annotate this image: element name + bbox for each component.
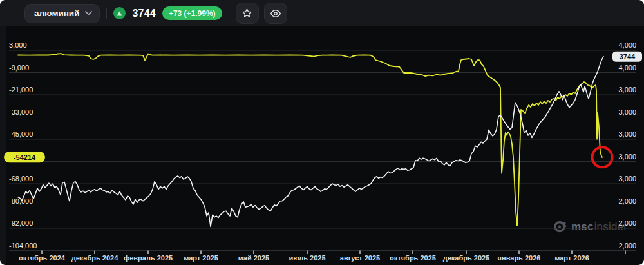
- indicator-line-yellow: [18, 54, 602, 226]
- x-axis-label: декабрь 2024: [71, 254, 118, 262]
- x-axis-label: август 2025: [340, 254, 380, 262]
- right-axis-label: 3,000: [618, 86, 636, 93]
- left-axis-label: 3,000: [9, 41, 27, 49]
- x-axis-label: май 2025: [238, 254, 269, 262]
- right-axis-current-value: 3744: [620, 53, 636, 61]
- left-axis-current-pill: [4, 152, 45, 162]
- left-axis-label: -104,000: [9, 242, 37, 250]
- eye-icon: [270, 9, 281, 18]
- trading-widget: алюминий 3744 +73 (+1.99%): [0, 0, 644, 265]
- right-axis-label: 3,000: [618, 108, 636, 116]
- right-axis-label: 3,000: [618, 153, 636, 161]
- x-axis-label: июль 2025: [289, 254, 325, 262]
- left-axis-label: -45,000: [9, 130, 33, 138]
- price-line-white: [18, 57, 603, 227]
- right-axis-current-pill: [612, 52, 642, 62]
- left-edge-strip: [0, 0, 6, 265]
- brand-logo-icon: [553, 219, 567, 234]
- highlight-circle-annotation: [592, 147, 612, 167]
- left-axis-label: -92,000: [9, 219, 33, 227]
- price-change-badge: +73 (+1.99%): [162, 6, 222, 20]
- x-axis-label: февраль 2025: [124, 254, 173, 262]
- instrument-name: алюминий: [34, 8, 79, 18]
- favorite-button[interactable]: [236, 3, 259, 24]
- left-axis-label: -33,000: [9, 108, 33, 116]
- left-axis-label: -21,000: [9, 86, 33, 93]
- right-axis-label: 4,000: [618, 41, 636, 49]
- instrument-selector[interactable]: алюминий: [24, 4, 100, 23]
- left-axis-label: -80,000: [9, 197, 33, 205]
- star-icon: [242, 8, 252, 19]
- x-axis-label: декабрь 2025: [443, 254, 490, 262]
- right-axis-label: 2,000: [618, 242, 636, 250]
- x-axis-label: март 2026: [554, 254, 589, 262]
- x-axis-label: январь 2026: [498, 254, 541, 262]
- x-axis-label: октябрь 2024: [19, 254, 66, 262]
- price-chart[interactable]: октябрь 2024декабрь 2024февраль 2025март…: [0, 0, 644, 265]
- last-price: 3744: [132, 8, 155, 19]
- left-axis-current-value: -54214: [14, 153, 36, 161]
- header-divider: [106, 8, 107, 19]
- brand-watermark: msc insider: [553, 219, 627, 234]
- right-axis-label: 4,000: [618, 64, 636, 72]
- x-axis-label: март 2025: [184, 254, 218, 262]
- left-axis-label: -68,000: [9, 175, 33, 182]
- up-arrow-badge-icon: [113, 7, 126, 19]
- watch-button[interactable]: [264, 3, 287, 24]
- brand-name-light: insider: [594, 221, 627, 233]
- chevron-down-icon: [85, 11, 92, 15]
- right-axis-label: 2,000: [618, 197, 636, 205]
- right-axis-label: 3,000: [618, 175, 636, 182]
- left-axis-label: -9,000: [9, 64, 29, 72]
- instrument-header: алюминий 3744 +73 (+1.99%): [0, 0, 644, 26]
- right-axis-label: 3,000: [618, 130, 636, 138]
- brand-name-bold: msc: [571, 221, 594, 233]
- x-axis-label: октябрь 2025: [390, 254, 436, 262]
